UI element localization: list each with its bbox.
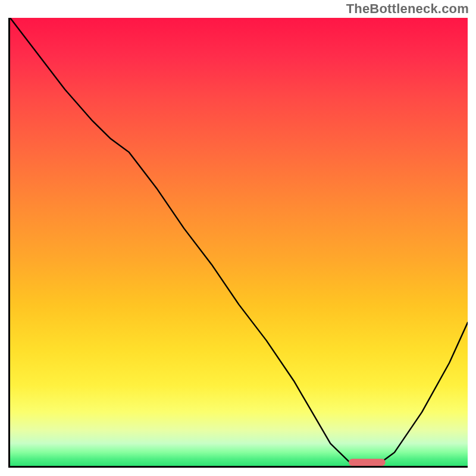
- chart-overlay-svg: [10, 18, 468, 466]
- chart-plot-area: [8, 18, 468, 468]
- watermark-text: TheBottleneck.com: [346, 1, 469, 17]
- bottleneck-curve: [10, 18, 468, 466]
- optimal-range-marker: [349, 459, 386, 466]
